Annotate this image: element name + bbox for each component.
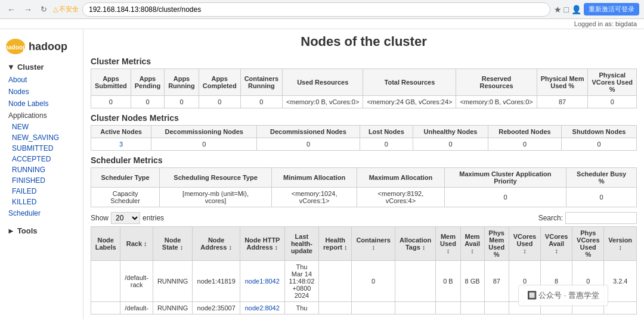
url-bar[interactable]: [82, 2, 550, 17]
back-button[interactable]: ←: [5, 4, 18, 15]
nt-col-phys-vcores: PhysVCoresUsed%: [572, 227, 604, 261]
nt-mem-used-2: [436, 302, 460, 315]
sidebar-item-killed[interactable]: KILLED: [0, 197, 83, 207]
cnm-decommissioned: 0: [257, 138, 360, 151]
sidebar-item-failed[interactable]: FAILED: [0, 186, 83, 197]
nt-health-report-1: [319, 261, 352, 302]
nt-vcores-avail-2: [541, 302, 572, 315]
sidebar-item-node-labels[interactable]: Node Labels: [0, 98, 83, 110]
cnm-col-unhealthy: Unhealthy Nodes: [413, 126, 488, 138]
cluster-metrics-title: Cluster Metrics: [91, 57, 637, 66]
cm-apps-pending: 0: [131, 96, 164, 108]
nt-mem-avail-2: [460, 302, 484, 315]
cm-apps-submitted: 0: [91, 96, 131, 108]
cnm-col-lost: Lost Nodes: [360, 126, 413, 138]
reactivate-button[interactable]: 重新激活可登录: [584, 3, 639, 15]
nt-address-1: node1:41819: [193, 261, 240, 302]
reload-button[interactable]: ↻: [38, 4, 49, 15]
cm-total-resources: <memory:24 GB, vCores:24>: [363, 96, 456, 108]
bookmark-button[interactable]: ★: [554, 5, 562, 14]
cm-col-apps-submitted: AppsSubmitted: [91, 69, 131, 96]
nt-phys-mem-2: [484, 302, 509, 315]
cm-col-used-resources: Used Resources: [283, 69, 363, 96]
nt-http-1: node1:8042: [240, 261, 285, 302]
nt-col-state: NodeState ↕: [153, 227, 192, 261]
cluster-nodes-metrics-row: 3 0 0 0 0 0 0: [91, 138, 637, 151]
svg-text:hadoop: hadoop: [5, 44, 26, 51]
forward-button[interactable]: →: [21, 4, 35, 15]
cluster-nodes-metrics-table: Active Nodes Decommissioning Nodes Decom…: [91, 125, 637, 151]
cm-col-apps-running: AppsRunning: [165, 69, 199, 96]
table-row: /default- RUNNING node2:35007 node2:8042…: [91, 302, 637, 315]
sidebar-item-finished[interactable]: FINISHED: [0, 175, 83, 186]
cnm-col-active: Active Nodes: [91, 126, 151, 138]
cluster-metrics-table: AppsSubmitted AppsPending AppsRunning Ap…: [91, 69, 637, 108]
nt-address-2: node2:35007: [193, 302, 240, 315]
nt-col-mem-used: MemUsed↕: [436, 227, 460, 261]
security-indicator: △ 不安全: [53, 5, 79, 14]
nt-version-2: [604, 302, 637, 315]
extension-button[interactable]: □: [564, 5, 569, 14]
nt-rack-2: /default-: [120, 302, 153, 315]
cm-col-apps-completed: AppsCompleted: [199, 69, 240, 96]
nt-node-labels-2: [91, 302, 120, 315]
sm-col-max-alloc: Maximum Allocation: [357, 168, 444, 188]
login-bar: Logged in as: bigdata: [0, 19, 644, 29]
nt-alloc-tags-2: [395, 302, 436, 315]
nt-alloc-tags-1: [395, 261, 436, 302]
entries-label: entries: [143, 214, 164, 222]
cluster-section[interactable]: ▼ Cluster: [0, 60, 83, 74]
cm-col-phys-mem: Physical MemUsed %: [537, 69, 588, 96]
nt-health-update-2: Thu: [284, 302, 319, 315]
show-entries-control: Show 20 50 100 entries: [91, 212, 164, 224]
sidebar-item-nodes[interactable]: Nodes: [0, 86, 83, 98]
nt-rack-1: /default-rack: [120, 261, 153, 302]
sidebar-item-running[interactable]: RUNNING: [0, 164, 83, 175]
cluster-nodes-metrics-title: Cluster Nodes Metrics: [91, 113, 637, 123]
cm-reserved-resources: <memory:0 B, vCores:0>: [456, 96, 537, 108]
nt-col-health-update: Lasthealth-update: [284, 227, 319, 261]
search-label: Search:: [538, 214, 563, 222]
cm-col-total-resources: Total Resources: [363, 69, 456, 96]
sm-col-max-priority: Maximum Cluster ApplicationPriority: [444, 168, 566, 188]
nt-mem-avail-1: 8 GB: [460, 261, 484, 302]
sidebar-item-submitted[interactable]: SUBMITTED: [0, 143, 83, 154]
sm-busy: 0: [566, 188, 637, 207]
search-control: Search:: [538, 212, 637, 224]
cluster-arrow: ▼: [7, 63, 15, 71]
nt-phys-vcores-2: [572, 302, 604, 315]
tools-section[interactable]: ► Tools: [0, 224, 83, 238]
table-row: /default-rack RUNNING node1:41819 node1:…: [91, 261, 637, 302]
sm-resource-type: [memory-mb (unit=Mi),vcores]: [160, 188, 272, 207]
search-input[interactable]: [565, 212, 637, 224]
nt-col-mem-avail: MemAvail↕: [460, 227, 484, 261]
nodes-table: NodeLabels Rack ↕ NodeState ↕ NodeAddres…: [91, 226, 637, 315]
sidebar-item-new-saving[interactable]: NEW_SAVING: [0, 132, 83, 143]
sm-col-min-alloc: Minimum Allocation: [271, 168, 357, 188]
show-label: Show: [91, 214, 109, 222]
sm-min-alloc: <memory:1024,vCores:1>: [271, 188, 357, 207]
cm-col-reserved-resources: ReservedResources: [456, 69, 537, 96]
sm-col-resource-type: Scheduling Resource Type: [160, 168, 272, 188]
nt-col-alloc-tags: AllocationTags ↕: [395, 227, 436, 261]
sidebar-item-new[interactable]: NEW: [0, 122, 83, 132]
sidebar-item-accepted[interactable]: ACCEPTED: [0, 154, 83, 164]
cnm-col-rebooted: Rebooted Nodes: [488, 126, 561, 138]
nt-health-report-2: [319, 302, 352, 315]
sidebar-item-about[interactable]: About: [0, 74, 83, 86]
cm-apps-completed: 0: [199, 96, 240, 108]
browser-bar: ← → ↻ △ 不安全 ★ □ 👤 重新激活可登录: [0, 0, 644, 19]
nt-col-node-labels: NodeLabels: [91, 227, 120, 261]
sidebar-item-scheduler[interactable]: Scheduler: [0, 207, 83, 219]
cm-phys-mem: 87: [537, 96, 588, 108]
profile-button[interactable]: 👤: [571, 5, 581, 14]
sm-type: CapacityScheduler: [91, 188, 160, 207]
entries-select[interactable]: 20 50 100: [111, 212, 140, 224]
nt-col-containers: Containers↕: [352, 227, 395, 261]
page-title: Nodes of the cluster: [91, 34, 637, 49]
sm-col-busy: Scheduler Busy%: [566, 168, 637, 188]
hadoop-logo-icon: hadoop: [5, 38, 26, 55]
cnm-shutdown: 0: [561, 138, 636, 151]
cnm-col-decommissioned: Decommissioned Nodes: [257, 126, 360, 138]
hadoop-text: hadoop: [29, 41, 67, 53]
